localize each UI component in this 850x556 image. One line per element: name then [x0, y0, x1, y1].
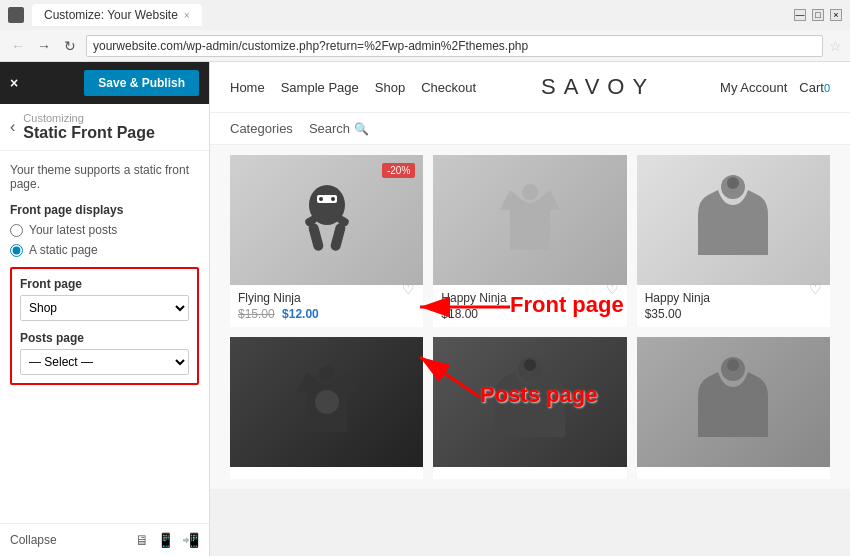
refresh-btn[interactable]: ↻	[60, 36, 80, 56]
sidebar-close-btn[interactable]: ×	[10, 75, 18, 91]
collapse-btn[interactable]: Collapse	[10, 533, 57, 547]
save-publish-button[interactable]: Save & Publish	[84, 70, 199, 96]
front-page-field-label: Front page	[20, 277, 189, 291]
main-layout: × Save & Publish ‹ Customizing Static Fr…	[0, 62, 850, 556]
wishlist-btn-2[interactable]: ♡	[606, 281, 619, 297]
tab-close-btn[interactable]: ×	[184, 10, 190, 21]
product-price-2: $18.00	[441, 307, 618, 321]
product-image-6	[637, 337, 830, 467]
close-btn[interactable]: ×	[830, 9, 842, 21]
site-nav: Home Sample Page Shop Checkout	[230, 80, 476, 95]
price-2: $18.00	[441, 307, 478, 321]
product-info-3: Happy Ninja $35.00	[637, 285, 830, 327]
products-grid: -20% Flying Ninja	[210, 145, 850, 489]
product-card-4	[230, 337, 423, 479]
browser-titlebar: Customize: Your Website × — □ ×	[0, 0, 850, 30]
product-card-1: -20% Flying Ninja	[230, 155, 423, 327]
svg-rect-1	[307, 222, 324, 252]
product-info-5	[433, 467, 626, 479]
svg-rect-2	[329, 222, 346, 252]
product-illustration-5	[490, 357, 570, 447]
footer-icons: 🖥 📱 📲	[135, 532, 199, 548]
sidebar-header: × Save & Publish	[0, 62, 209, 104]
product-illustration-3	[693, 175, 773, 265]
maximize-btn[interactable]: □	[812, 9, 824, 21]
radio-latest-input[interactable]	[10, 224, 23, 237]
sidebar-nav: ‹ Customizing Static Front Page	[0, 104, 209, 151]
site-logo: SAVOY	[541, 74, 655, 100]
back-arrow-btn[interactable]: ‹	[10, 118, 15, 136]
product-card-6	[637, 337, 830, 479]
nav-home[interactable]: Home	[230, 80, 265, 95]
browser-tab[interactable]: Customize: Your Website ×	[32, 4, 202, 26]
browser-chrome: Customize: Your Website × — □ × ← → ↻ yo…	[0, 0, 850, 62]
product-image-4	[230, 337, 423, 467]
svg-point-11	[319, 366, 335, 382]
nav-shop[interactable]: Shop	[375, 80, 405, 95]
posts-page-select[interactable]: — Select — Home Sample Page Shop	[20, 349, 189, 375]
customizer-sidebar: × Save & Publish ‹ Customizing Static Fr…	[0, 62, 210, 556]
sale-badge-1: -20%	[382, 163, 415, 178]
front-page-select[interactable]: Shop Home Sample Page Checkout	[20, 295, 189, 321]
minimize-btn[interactable]: —	[794, 9, 806, 21]
nav-sample-page[interactable]: Sample Page	[281, 80, 359, 95]
my-account-link[interactable]: My Account	[720, 80, 787, 95]
search-area: Search 🔍	[309, 121, 369, 136]
search-icon[interactable]: 🔍	[354, 122, 369, 136]
shop-toolbar: Categories Search 🔍	[210, 113, 850, 145]
product-illustration-2	[490, 180, 570, 260]
product-price-1: $15.00 $12.00	[238, 307, 415, 321]
product-card-5	[433, 337, 626, 479]
theme-support-text: Your theme supports a static front page.	[10, 163, 199, 191]
product-illustration-6	[693, 357, 773, 447]
product-card-2: Happy Ninja $18.00 ♡	[433, 155, 626, 327]
wishlist-btn-3[interactable]: ♡	[809, 281, 822, 297]
sidebar-nav-text: Customizing Static Front Page	[23, 112, 155, 142]
search-label: Search	[309, 121, 350, 136]
product-name-3: Happy Ninja	[645, 291, 822, 305]
wishlist-btn-1[interactable]: ♡	[402, 281, 415, 297]
nav-checkout[interactable]: Checkout	[421, 80, 476, 95]
cart-count: 0	[824, 82, 830, 94]
radio-latest-posts[interactable]: Your latest posts	[10, 223, 199, 237]
product-price-3: $35.00	[645, 307, 822, 321]
svg-point-6	[319, 197, 323, 201]
tablet-icon[interactable]: 📱	[157, 532, 174, 548]
product-image-1: -20%	[230, 155, 423, 285]
price-3: $35.00	[645, 307, 682, 321]
product-info-2: Happy Ninja $18.00	[433, 285, 626, 327]
radio-static-input[interactable]	[10, 244, 23, 257]
product-name-2: Happy Ninja	[441, 291, 618, 305]
mobile-icon[interactable]: 📲	[182, 532, 199, 548]
categories-link[interactable]: Categories	[230, 121, 293, 136]
product-image-3	[637, 155, 830, 285]
product-image-5	[433, 337, 626, 467]
svg-point-8	[522, 184, 538, 200]
sidebar-footer: Collapse 🖥 📱 📲	[0, 523, 209, 556]
radio-static-page[interactable]: A static page	[10, 243, 199, 257]
browser-favicon	[8, 7, 24, 23]
sidebar-content: Your theme supports a static front page.…	[0, 151, 209, 523]
sidebar-page-title: Static Front Page	[23, 124, 155, 142]
product-name-1: Flying Ninja	[238, 291, 415, 305]
product-info-4	[230, 467, 423, 479]
product-info-1: Flying Ninja $15.00 $12.00	[230, 285, 423, 327]
product-illustration-1	[297, 175, 357, 265]
website-preview-container: Home Sample Page Shop Checkout SAVOY My …	[210, 62, 850, 556]
desktop-icon[interactable]: 🖥	[135, 532, 149, 548]
bookmark-btn[interactable]: ☆	[829, 38, 842, 54]
forward-btn[interactable]: →	[34, 36, 54, 56]
front-posts-page-group: Front page Shop Home Sample Page Checkou…	[10, 267, 199, 385]
product-image-2	[433, 155, 626, 285]
svg-point-7	[331, 197, 335, 201]
back-btn[interactable]: ←	[8, 36, 28, 56]
address-bar[interactable]: yourwebsite.com/wp-admin/customize.php?r…	[86, 35, 823, 57]
svg-point-10	[727, 177, 739, 189]
browser-toolbar: ← → ↻ yourwebsite.com/wp-admin/customize…	[0, 30, 850, 62]
cart-link[interactable]: Cart0	[799, 80, 830, 95]
radio-static-label: A static page	[29, 243, 98, 257]
svg-point-12	[315, 390, 339, 414]
product-info-6	[637, 467, 830, 479]
site-header-right: My Account Cart0	[720, 80, 830, 95]
old-price-1: $15.00	[238, 307, 275, 321]
